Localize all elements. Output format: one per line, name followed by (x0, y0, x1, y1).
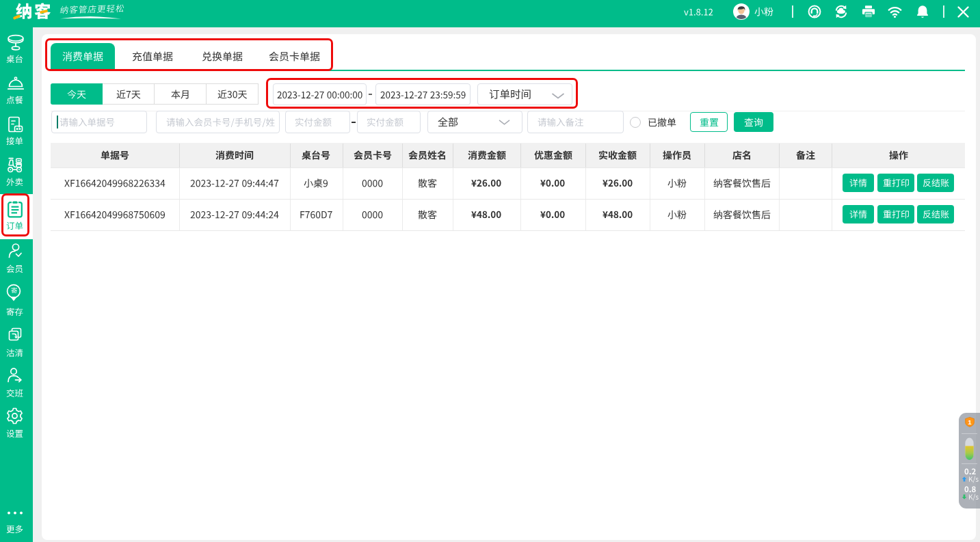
svg-text:1: 1 (968, 419, 971, 426)
